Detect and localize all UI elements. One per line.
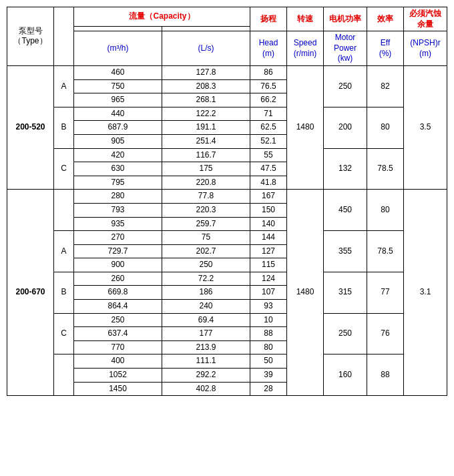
- flow-ls-cell: 72.2: [162, 272, 250, 286]
- flow-m3h-cell: 900: [74, 258, 162, 272]
- flow-ls-cell: 186: [162, 286, 250, 300]
- head-cell: 150: [250, 203, 287, 217]
- flow-ls-unit: (L/s): [198, 43, 214, 53]
- flow-m3h-cell: 280: [74, 190, 162, 204]
- motor-en-label: Motor Power: [334, 33, 357, 53]
- flow-ls-cell: 191.1: [162, 121, 250, 135]
- table-row: B440122.27120080: [7, 107, 447, 121]
- motor-cell: 132: [324, 148, 367, 190]
- flow-m3h-cell: 460: [74, 65, 162, 79]
- flow-ls-unit-header: (L/s): [162, 31, 250, 66]
- flow-m3h-cell: 669.8: [74, 286, 162, 300]
- flow-ls-cell: 240: [162, 300, 250, 314]
- eff-cell: 80: [367, 190, 404, 231]
- table-row: C25069.41025076: [7, 313, 447, 327]
- head-unit-label: (m): [262, 49, 274, 58]
- flow-m3h-cell: 864.4: [74, 300, 162, 314]
- flow-m3h-cell: 965: [74, 93, 162, 107]
- head-cell: 93: [250, 300, 287, 314]
- flow-ls-cell: 208.3: [162, 79, 250, 93]
- head-cell: 28: [250, 382, 287, 396]
- head-cell: 80: [250, 340, 287, 354]
- flow-m3h-cell: 687.9: [74, 121, 162, 135]
- npsh-header: 必须汽蚀余量: [404, 7, 447, 31]
- head-cell: 47.5: [250, 162, 287, 176]
- npsh-cell: 3.1: [404, 190, 447, 396]
- motor-zh-label: 电机功率: [329, 14, 361, 23]
- head-cell: 144: [250, 231, 287, 245]
- npsh-zh-label: 必须汽蚀余量: [409, 9, 441, 29]
- flow-ls-cell: 202.7: [162, 244, 250, 258]
- speed-en-label: Speed: [294, 38, 317, 47]
- table-row: 200-67028077.81671480450803.1: [7, 190, 447, 204]
- flow-ls-cell: 402.8: [162, 382, 250, 396]
- npsh-unit-label: (m): [419, 49, 431, 58]
- flow-ls-cell: 69.4: [162, 313, 250, 327]
- head-en-label: Head: [259, 38, 278, 47]
- flow-m3h-cell: 905: [74, 134, 162, 148]
- motor-unit-header: Motor Power (kw): [324, 31, 367, 66]
- flow-ls-cell: 111.1: [162, 354, 250, 369]
- motor-cell: 315: [324, 272, 367, 313]
- flow-ls-cell: 251.4: [162, 134, 250, 148]
- flow-m3h-cell: 270: [74, 231, 162, 245]
- head-cell: 71: [250, 107, 287, 121]
- sub-type-cell: C: [54, 148, 74, 190]
- table-row: 200-520A460127.8861480250823.5: [7, 65, 447, 79]
- head-cell: 107: [250, 286, 287, 300]
- motor-cell: 450: [324, 190, 367, 231]
- eff-header: 效率: [367, 7, 404, 31]
- flow-ls-cell: 175: [162, 162, 250, 176]
- table-row: 400111.15016088: [7, 354, 447, 369]
- pump-200-670-cell: 200-670: [7, 190, 54, 396]
- head-zh-label: 扬程: [260, 14, 276, 23]
- sub-type-empty-cell: [54, 190, 74, 231]
- npsh-unit-header: (NPSH)r (m): [404, 31, 447, 66]
- flow-m3h-cell: 630: [74, 162, 162, 176]
- motor-cell: 355: [324, 231, 367, 272]
- eff-cell: 82: [367, 65, 404, 107]
- head-cell: 50: [250, 354, 287, 369]
- flow-ls-cell: 127.8: [162, 65, 250, 79]
- flow-m3h-cell: 935: [74, 217, 162, 231]
- flow-m3h-unit: (m³/h): [107, 43, 129, 53]
- flow-m3h-cell: 1450: [74, 382, 162, 396]
- flow-ls-cell: 213.9: [162, 340, 250, 354]
- pump-type-header: 泵型号（Type）: [7, 7, 54, 66]
- flow-m3h-cell: 400: [74, 354, 162, 369]
- flow-m3h-cell: 729.7: [74, 244, 162, 258]
- flow-ls-cell: 177: [162, 327, 250, 341]
- flow-m3h-cell: 420: [74, 148, 162, 162]
- head-cell: 88: [250, 327, 287, 341]
- flow-ls-cell: 268.1: [162, 93, 250, 107]
- flow-header: 流量（Capacity）: [74, 7, 250, 27]
- sub-type-cell: A: [54, 65, 74, 107]
- flow-m3h-cell: 793: [74, 203, 162, 217]
- sub-type-empty-cell: [54, 354, 74, 396]
- flow-ls-cell: 75: [162, 231, 250, 245]
- eff-cell: 76: [367, 313, 404, 354]
- sub-type-cell: B: [54, 272, 74, 313]
- flow-m3h-cell: 770: [74, 340, 162, 354]
- table-row: C420116.75513278.5: [7, 148, 447, 162]
- flow-m3h-cell: 440: [74, 107, 162, 121]
- pump-type-zh-label: 泵型号（Type）: [13, 26, 47, 46]
- flow-ls-cell: 220.8: [162, 176, 250, 190]
- speed-cell: 1480: [287, 190, 324, 396]
- eff-unit-label: (%): [379, 49, 392, 58]
- head-cell: 55: [250, 148, 287, 162]
- motor-unit-label: (kw): [338, 53, 353, 63]
- flow-ls-cell: 77.8: [162, 190, 250, 204]
- flow-m3h-cell: 1052: [74, 369, 162, 383]
- head-cell: 10: [250, 313, 287, 327]
- motor-header: 电机功率: [324, 7, 367, 31]
- pump-200-520-cell: 200-520: [7, 65, 54, 189]
- head-cell: 167: [250, 190, 287, 204]
- pump-specs-table: 泵型号（Type） 流量（Capacity） 扬程 转速 电机功率 效率 必须汽…: [7, 7, 447, 396]
- flow-m3h-cell: 260: [74, 272, 162, 286]
- npsh-cell: 3.5: [404, 65, 447, 189]
- eff-unit-header: Eff (%): [367, 31, 404, 66]
- eff-cell: 78.5: [367, 231, 404, 272]
- flow-m3h-cell: 750: [74, 79, 162, 93]
- head-cell: 66.2: [250, 93, 287, 107]
